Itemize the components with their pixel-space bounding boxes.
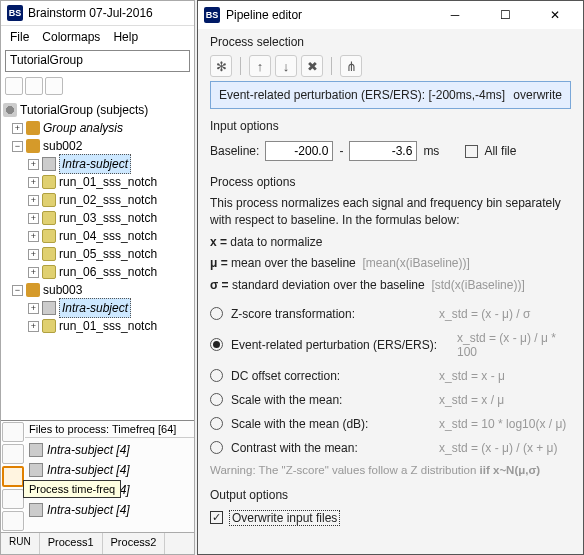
- process-toolbar: ✻ ↑ ↓ ✖ ⋔: [210, 53, 571, 81]
- files-to-process-pane: Files to process: Timefreq [64] Intra-su…: [25, 420, 194, 532]
- tab-process2[interactable]: Process2: [103, 533, 166, 554]
- radio-icon[interactable]: [210, 338, 223, 351]
- option-dc[interactable]: DC offset correction:x_std = x - μ: [210, 364, 571, 388]
- pipeline-menu-button[interactable]: ⋔: [340, 55, 362, 77]
- input-options-title: Input options: [210, 119, 571, 133]
- menu-file[interactable]: File: [5, 28, 34, 46]
- radio-icon[interactable]: [210, 307, 223, 320]
- overwrite-label[interactable]: Overwrite input files: [229, 510, 340, 526]
- view-btn-2[interactable]: [25, 77, 43, 95]
- expand-icon[interactable]: +: [28, 159, 39, 170]
- close-button[interactable]: ✕: [533, 1, 577, 29]
- folder-icon: [42, 229, 56, 243]
- option-scale-mean[interactable]: Scale with the mean:x_std = x / μ: [210, 388, 571, 412]
- option-scale-db[interactable]: Scale with the mean (dB):x_std = 10 * lo…: [210, 412, 571, 436]
- tree-run: +run_03_sss_notch: [3, 209, 192, 227]
- process-type-4[interactable]: [2, 489, 24, 509]
- radio-icon[interactable]: [210, 417, 223, 430]
- expand-icon[interactable]: +: [28, 213, 39, 224]
- database-icon: [3, 103, 17, 117]
- brainstorm-logo-icon: BS: [7, 5, 23, 21]
- baseline-start-input[interactable]: [265, 141, 333, 161]
- process-tag: overwrite: [513, 88, 562, 102]
- expand-icon[interactable]: +: [12, 123, 23, 134]
- intra-icon: [42, 157, 56, 171]
- process-selection-section: Process selection ✻ ↑ ↓ ✖ ⋔ Event-relate…: [198, 29, 583, 113]
- folder-icon: [42, 211, 56, 225]
- collapse-icon[interactable]: −: [12, 141, 23, 152]
- tree-group: +Group analysis: [3, 119, 192, 137]
- menu-help[interactable]: Help: [108, 28, 143, 46]
- move-up-button[interactable]: ↑: [249, 55, 271, 77]
- process-options-section: Process options This process normalizes …: [198, 169, 583, 482]
- process-type-5[interactable]: [2, 511, 24, 531]
- subject-icon: [26, 283, 40, 297]
- baseline-label: Baseline:: [210, 144, 259, 158]
- overwrite-checkbox[interactable]: ✓: [210, 511, 223, 524]
- tree-run: +run_05_sss_notch: [3, 245, 192, 263]
- delete-button[interactable]: ✖: [301, 55, 323, 77]
- intra-icon: [29, 443, 43, 457]
- baseline-unit: ms: [423, 144, 439, 158]
- zscore-warning: Warning: The "Z-score" values follow a Z…: [210, 460, 571, 478]
- view-btn-1[interactable]: [5, 77, 23, 95]
- tree-run: +run_02_sss_notch: [3, 191, 192, 209]
- process-selection-title: Process selection: [210, 35, 571, 49]
- brainstorm-title: Brainstorm 07-Jul-2016: [28, 6, 153, 20]
- expand-icon[interactable]: +: [28, 177, 39, 188]
- process-options-title: Process options: [210, 175, 571, 189]
- pipeline-titlebar: BS Pipeline editor ─ ☐ ✕: [198, 1, 583, 29]
- protocol-field[interactable]: TutorialGroup: [5, 50, 190, 72]
- process-type-buttons: [1, 420, 25, 532]
- intra-icon: [29, 503, 43, 517]
- tab-process1[interactable]: Process1: [40, 533, 103, 554]
- tree-run: +run_01_sss_notch: [3, 173, 192, 191]
- process-name: Event-related perturbation (ERS/ERS): [-…: [219, 88, 505, 102]
- allfile-label: All file: [484, 144, 516, 158]
- options-button[interactable]: ✻: [210, 55, 232, 77]
- expand-icon[interactable]: +: [28, 321, 39, 332]
- menu-colormaps[interactable]: Colormaps: [37, 28, 105, 46]
- baseline-end-input[interactable]: [349, 141, 417, 161]
- process-type-1[interactable]: [2, 422, 24, 442]
- selected-process[interactable]: Event-related perturbation (ERS/ERS): [-…: [210, 81, 571, 109]
- list-item: Intra-subject [4]: [29, 440, 190, 460]
- input-options-section: Input options Baseline: - ms All file: [198, 113, 583, 169]
- process-type-2[interactable]: [2, 444, 24, 464]
- radio-icon[interactable]: [210, 393, 223, 406]
- tree-sub003: −sub003: [3, 281, 192, 299]
- expand-icon[interactable]: +: [28, 249, 39, 260]
- radio-icon[interactable]: [210, 441, 223, 454]
- brainstorm-logo-icon: BS: [204, 7, 220, 23]
- allfile-checkbox[interactable]: [465, 145, 478, 158]
- maximize-button[interactable]: ☐: [483, 1, 527, 29]
- minimize-button[interactable]: ─: [433, 1, 477, 29]
- expand-icon[interactable]: +: [28, 195, 39, 206]
- collapse-icon[interactable]: −: [12, 285, 23, 296]
- radio-icon[interactable]: [210, 369, 223, 382]
- subject-icon: [26, 139, 40, 153]
- tree-run: +run_04_sss_notch: [3, 227, 192, 245]
- pipeline-editor-window: BS Pipeline editor ─ ☐ ✕ Process selecti…: [197, 0, 584, 555]
- process-type-timefreq[interactable]: [2, 466, 24, 486]
- option-zscore[interactable]: Z-score transformation:x_std = (x - μ) /…: [210, 302, 571, 326]
- brainstorm-window: BS Brainstorm 07-Jul-2016 File Colormaps…: [0, 0, 195, 555]
- list-item: Intra-subject [4]: [29, 460, 190, 480]
- output-options-section: Output options ✓ Overwrite input files: [198, 482, 583, 534]
- database-tree[interactable]: TutorialGroup (subjects) +Group analysis…: [1, 99, 194, 416]
- tree-root: TutorialGroup (subjects): [3, 101, 192, 119]
- move-down-button[interactable]: ↓: [275, 55, 297, 77]
- menubar: File Colormaps Help: [1, 26, 194, 48]
- intra-icon: [42, 301, 56, 315]
- view-btn-3[interactable]: [45, 77, 63, 95]
- folder-icon: [42, 175, 56, 189]
- option-contrast[interactable]: Contrast with the mean:x_std = (x - μ) /…: [210, 436, 571, 460]
- files-header: Files to process: Timefreq [64]: [25, 421, 194, 438]
- expand-icon[interactable]: +: [28, 303, 39, 314]
- tab-run[interactable]: RUN: [1, 533, 40, 554]
- bottom-tabs: RUN Process1 Process2: [1, 532, 194, 554]
- option-ers[interactable]: Event-related perturbation (ERS/ERS):x_s…: [210, 326, 571, 364]
- expand-icon[interactable]: +: [28, 267, 39, 278]
- folder-icon: [42, 247, 56, 261]
- expand-icon[interactable]: +: [28, 231, 39, 242]
